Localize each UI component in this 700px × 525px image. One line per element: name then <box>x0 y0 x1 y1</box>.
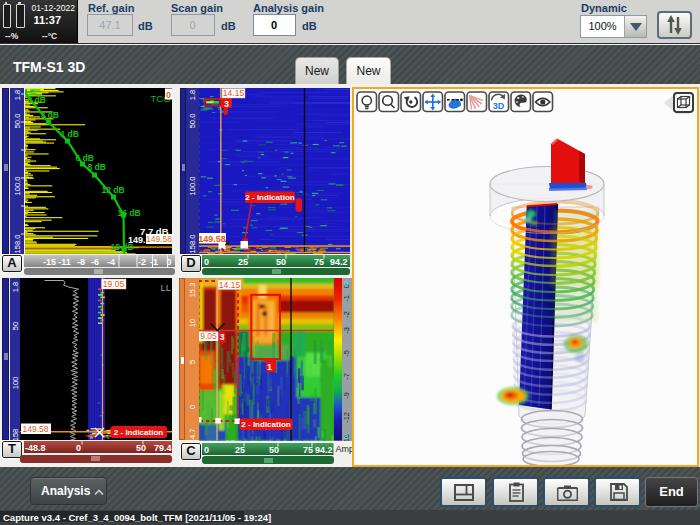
svg-text:-2: -2 <box>342 311 351 318</box>
svg-text:-15: -15 <box>42 257 55 267</box>
svg-text:1.8: 1.8 <box>188 90 197 100</box>
svg-text:100: 100 <box>11 377 20 390</box>
svg-text:50: 50 <box>136 443 146 453</box>
svg-text:14.15: 14.15 <box>218 280 240 290</box>
svg-text:19.05: 19.05 <box>102 279 124 289</box>
svg-text:-7: -7 <box>342 373 351 380</box>
svg-text:-8: -8 <box>76 257 84 267</box>
svg-text:-48.8: -48.8 <box>25 443 46 453</box>
svg-text:149.: 149. <box>127 235 145 245</box>
svg-text:0: 0 <box>204 257 209 267</box>
svg-text:9.05: 9.05 <box>200 331 217 341</box>
svg-text:0: 0 <box>344 279 348 288</box>
svg-text:50: 50 <box>276 257 286 267</box>
svg-text:8: 8 <box>344 432 348 441</box>
svg-text:2 - Indication: 2 - Indication <box>113 428 162 437</box>
svg-text:100.0: 100.0 <box>13 177 22 196</box>
svg-text:5: 5 <box>188 360 197 364</box>
svg-text:1 dB: 1 dB <box>60 129 78 139</box>
svg-text:-1: -1 <box>342 295 351 302</box>
svg-text:149.58: 149.58 <box>199 234 226 244</box>
svg-text:2 - Indication: 2 - Indication <box>245 193 294 202</box>
svg-text:10: 10 <box>188 319 197 327</box>
svg-text:-9: -9 <box>342 392 351 399</box>
svg-text:1: 1 <box>266 362 271 372</box>
svg-text:158.0: 158.0 <box>13 235 22 254</box>
svg-text:158.0: 158.0 <box>188 235 197 254</box>
svg-text:12 dB: 12 dB <box>101 185 124 195</box>
svg-text:-4.7: -4.7 <box>188 429 197 440</box>
svg-text:50.0: 50.0 <box>188 114 197 129</box>
svg-text:25: 25 <box>238 257 248 267</box>
svg-text:158: 158 <box>11 429 20 440</box>
svg-text:-4: -4 <box>106 257 114 267</box>
svg-text:1.8: 1.8 <box>13 90 22 100</box>
svg-text:0 dB: 0 dB <box>27 95 45 105</box>
svg-text:94.2: 94.2 <box>330 257 348 267</box>
svg-text:15.3: 15.3 <box>188 283 197 298</box>
svg-text:0: 0 <box>204 445 209 455</box>
svg-text:0: 0 <box>188 405 197 409</box>
svg-text:2 - Indication: 2 - Indication <box>241 420 290 429</box>
svg-text:16 dB: 16 dB <box>117 208 140 218</box>
svg-text:50: 50 <box>11 322 20 330</box>
svg-text:-6: -6 <box>90 257 98 267</box>
svg-text:149.58: 149.58 <box>22 424 48 434</box>
svg-text:1.8: 1.8 <box>11 282 20 292</box>
svg-text:-3: -3 <box>342 327 351 334</box>
svg-text:149.58: 149.58 <box>146 234 172 244</box>
svg-text:0: 0 <box>165 90 170 100</box>
svg-text:8 dB: 8 dB <box>87 162 105 172</box>
svg-text:75: 75 <box>314 257 324 267</box>
svg-text:79.4: 79.4 <box>154 443 172 453</box>
svg-text:94.2: 94.2 <box>315 445 333 455</box>
svg-text:LL: LL <box>160 282 171 293</box>
svg-text:-2: -2 <box>137 257 145 267</box>
svg-text:3: 3 <box>223 99 228 109</box>
svg-text:3 dB: 3 dB <box>40 110 58 120</box>
svg-text:50.0: 50.0 <box>13 114 22 129</box>
svg-text:-11: -11 <box>58 257 71 267</box>
svg-text:-1: -1 <box>149 257 157 267</box>
svg-text:3: 3 <box>219 332 224 342</box>
svg-text:100.0: 100.0 <box>188 177 197 196</box>
svg-text:14.15: 14.15 <box>222 88 244 98</box>
svg-text:-12: -12 <box>342 412 351 423</box>
svg-text:-5: -5 <box>342 350 351 357</box>
svg-text:0: 0 <box>76 443 81 453</box>
